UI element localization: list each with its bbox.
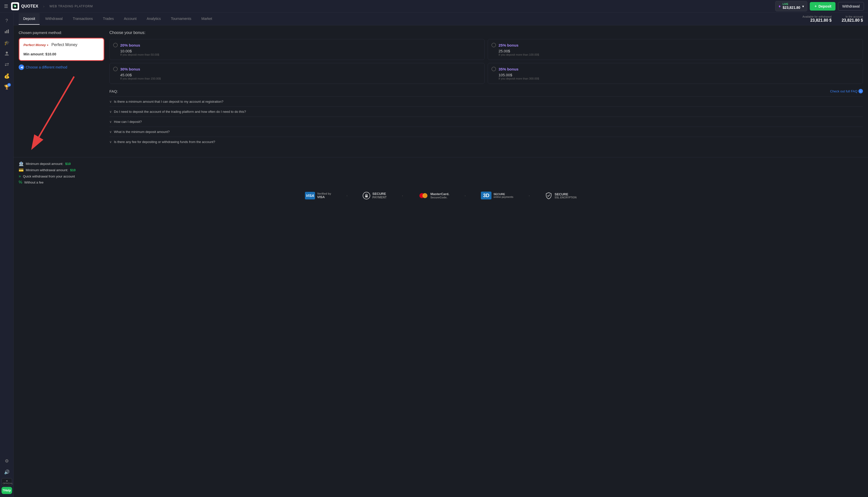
bonus-radio-30[interactable] [113, 67, 118, 71]
balance-info: LIVE $23,821.80 [783, 3, 800, 10]
diamond-icon: ♦ [779, 4, 781, 9]
mastercard-badge: MasterCard. SecureCode. [418, 192, 450, 199]
chevron-icon-1: ∨ [109, 100, 112, 103]
in-the-account: In the account 23,821.80 $ [842, 15, 863, 23]
faq-item-3[interactable]: ∨ How can I deposit? [109, 117, 863, 127]
withdrawal-button[interactable]: Withdrawal [838, 2, 864, 11]
logo-text: QUOTEX [21, 4, 38, 9]
left-panel: Chosen payment method: Perfect Money ● P… [19, 30, 104, 152]
bonus-card-25-header: 25% bonus [492, 43, 859, 47]
bonus-card-30-header: 30% bonus [113, 67, 481, 71]
secure-payment-badge: SECURE PAYMENT [363, 192, 387, 199]
available-for-withdrawal: Available for withdrawal 23,821.80 $ [802, 15, 831, 23]
bonus-amount-30: 45.00$ [120, 73, 481, 77]
tabs-bar: Deposit Withdrawal Transactions Trades A… [14, 13, 868, 25]
help-button[interactable]: ? Help [1, 487, 12, 494]
percent-icon: % [19, 180, 22, 185]
bonus-card-20-header: 20% bonus [113, 43, 481, 47]
tab-analytics[interactable]: Analytics [142, 13, 165, 25]
bonus-pct-30: 30% bonus [120, 67, 140, 71]
faq-link[interactable]: Check out full FAQ › [830, 89, 863, 94]
deposit-button[interactable]: ＋ Deposit [810, 2, 835, 11]
card-icon: 💳 [19, 168, 24, 172]
min-amount: Min amount: $10.00 [24, 52, 99, 56]
bonus-grid: 20% bonus 10.00$ If you deposit more tha… [109, 39, 863, 84]
svg-rect-3 [6, 30, 7, 33]
sidebar-bottom: ⚙ 🔊 ◄ OFFICIAL ? Help [1, 456, 12, 494]
bonus-card-35-header: 35% bonus [492, 67, 859, 71]
info-item-min-deposit: 🏦 Minimum deposit amount: $10 [19, 161, 863, 166]
tab-tournaments[interactable]: Tournaments [166, 13, 196, 25]
tab-withdrawal[interactable]: Withdrawal [41, 13, 67, 25]
logo: QUOTEX [11, 2, 38, 10]
chevron-down-icon: ▾ [802, 4, 804, 8]
help-icon: ? [2, 489, 4, 492]
svg-rect-2 [5, 31, 6, 33]
chevron-icon-2: ∨ [109, 110, 112, 114]
svg-rect-11 [365, 195, 368, 197]
faq-item-2[interactable]: ∨ Do I need to deposit the account of th… [109, 106, 863, 117]
chevron-icon-5: ∨ [109, 140, 112, 144]
bonus-card-25[interactable]: 25% bonus 25.00$ If you deposit more tha… [488, 39, 863, 60]
arrow-section [19, 71, 104, 152]
badge-sep-2: · [402, 193, 403, 198]
tab-deposit[interactable]: Deposit [19, 13, 40, 25]
topnav: ☰ QUOTEX › WEB TRADING PLATFORM ♦ LIVE $… [0, 0, 868, 13]
visa-icon: VISA [305, 192, 315, 199]
sidebar-item-trophy[interactable]: 🏆 4 [2, 82, 12, 92]
separator: › [43, 4, 45, 8]
tab-market[interactable]: Market [197, 13, 217, 25]
info-item-min-withdrawal: 💳 Minimum withdrawal amount: $10 [19, 168, 863, 172]
sound-icon: 🔊 [4, 469, 10, 475]
official-badge: ◄ OFFICIAL [1, 478, 12, 486]
mastercard-icon [418, 192, 428, 199]
tab-account[interactable]: Account [119, 13, 141, 25]
bonus-condition-25: If you deposit more than 100.00$ [498, 53, 859, 56]
topnav-right: ♦ LIVE $23,821.80 ▾ ＋ Deposit Withdrawal [775, 1, 864, 11]
hamburger-icon[interactable]: ☰ [4, 3, 8, 9]
sidebar-item-help[interactable]: ? [2, 16, 12, 26]
faq-item-1[interactable]: ∨ Is there a minimum amount that I can d… [109, 96, 863, 106]
bonus-radio-25[interactable] [492, 43, 496, 47]
faq-item-5[interactable]: ∨ Is there any fee for depositing or wit… [109, 137, 863, 147]
badge-sep-1: · [346, 193, 348, 198]
sidebar-item-chart[interactable] [2, 27, 12, 37]
faq-header: FAQ: Check out full FAQ › [109, 89, 863, 94]
sidebar-item-sound[interactable]: 🔊 [2, 467, 12, 477]
payment-name: Perfect Money [52, 43, 78, 47]
bonus-radio-20[interactable] [113, 43, 118, 47]
tabs-right: Available for withdrawal 23,821.80 $ In … [802, 13, 863, 25]
sidebar-item-profile[interactable] [2, 49, 12, 59]
chevron-icon-3: ∨ [109, 120, 112, 124]
bonus-card-20[interactable]: 20% bonus 10.00$ If you deposit more tha… [109, 39, 485, 60]
chevron-icon-4: ∨ [109, 130, 112, 134]
choose-different-method[interactable]: ◀ Choose a different method [19, 63, 104, 71]
faq-list: ∨ Is there a minimum amount that I can d… [109, 96, 863, 147]
sidebar-item-education[interactable]: 🎓 [2, 38, 12, 48]
info-items: 🏦 Minimum deposit amount: $10 💳 Minimum … [19, 161, 863, 185]
3d-icon: 3D [481, 191, 492, 199]
sidebar-item-finance[interactable]: 💰 [2, 71, 12, 81]
payment-card-header: Perfect Money ● Perfect Money [24, 43, 99, 47]
bottom-section: 🏦 Minimum deposit amount: $10 💳 Minimum … [14, 157, 868, 187]
layout: ? 🎓 [0, 13, 868, 497]
payment-card: Perfect Money ● Perfect Money Min amount… [19, 38, 104, 61]
topnav-left: ☰ QUOTEX › WEB TRADING PLATFORM [4, 2, 775, 10]
faq-item-4[interactable]: ∨ What is the minimum deposit amount? [109, 127, 863, 137]
tab-trades[interactable]: Trades [98, 13, 118, 25]
bonus-card-30[interactable]: 30% bonus 45.00$ If you deposit more tha… [109, 63, 485, 84]
bonus-radio-35[interactable] [492, 67, 496, 71]
bonus-card-35[interactable]: 35% bonus 105.00$ If you deposit more th… [488, 63, 863, 84]
sidebar: ? 🎓 [0, 13, 14, 497]
plus-icon: ＋ [814, 4, 817, 9]
question-icon: ? [5, 18, 8, 24]
bonus-condition-30: If you deposit more than 150.00$ [120, 77, 481, 80]
tab-transactions[interactable]: Transactions [68, 13, 98, 25]
bonus-amount-35: 105.00$ [498, 73, 859, 77]
sidebar-item-transfer[interactable] [2, 60, 12, 70]
svg-point-13 [423, 193, 427, 198]
sidebar-item-settings[interactable]: ⚙ [2, 456, 12, 466]
bonus-amount-25: 25.00$ [498, 49, 859, 53]
bonus-pct-20: 20% bonus [120, 43, 140, 47]
balance-button[interactable]: ♦ LIVE $23,821.80 ▾ [775, 1, 807, 11]
